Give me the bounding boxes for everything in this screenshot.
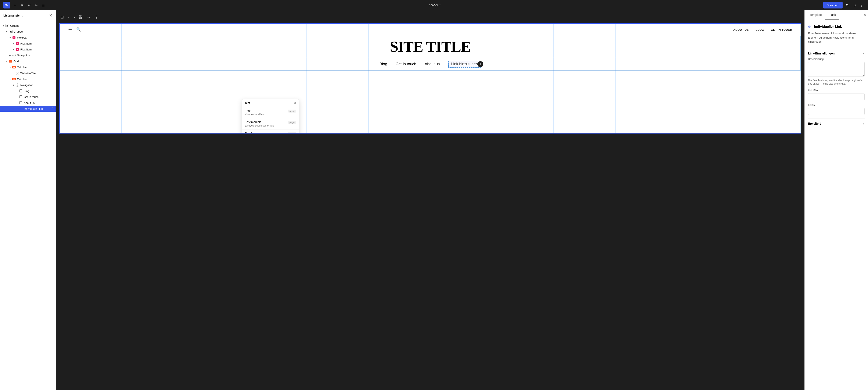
site-title: SITE TITLE [69,38,792,56]
current-template-label: header [429,3,438,7]
tab-block[interactable]: Block [825,10,839,20]
flexitem-icon: F [15,47,20,52]
tree-item-label: About us [24,101,34,104]
link-settings-title: Link-Einstellungen [808,52,835,55]
erweitert-header[interactable]: Erweitert ∨ [808,122,865,125]
linktitel-input[interactable] [808,93,865,100]
linktitel-group: Link-Titel [808,89,865,100]
link-add-box[interactable]: Link hinzufügen+ [448,61,481,68]
expand-arrow: ▼ [12,84,15,86]
expand-arrow: ▼ [8,78,12,80]
tree-item-flex2[interactable]: ▶FFlex Item [0,47,56,52]
link-button[interactable]: ⛓ [78,14,84,21]
add-block-button[interactable]: ＋ [12,2,18,9]
expand-arrow: ▼ [5,60,8,62]
nav-right-link[interactable]: GET IN TOUCH [771,28,792,31]
view-button[interactable]: ⊡ [59,13,65,21]
tree-item-getintouch[interactable]: Get in touch [0,94,56,100]
search-icon[interactable]: 🔍 [76,27,81,32]
panel-block-header: ⛓ Individueller Link [808,24,865,29]
page-icon [19,89,23,93]
spinner-icon: ↺ [294,101,296,105]
linkrel-input[interactable] [808,108,865,115]
settings-button[interactable]: ⚙ [844,2,850,8]
redo-button[interactable]: ↪ [33,2,39,8]
tree-item-flex1[interactable]: ▶FFlex Item [0,40,56,47]
panel-close-button[interactable]: ✕ [863,13,866,18]
tree-item-label: Gruppe [10,24,19,27]
indent-button[interactable]: ⇥ [86,13,92,21]
tree-item-griditem1[interactable]: ▼GGrid Item [0,64,56,70]
dropdown-item-url: ainodev.local/testimonials/ [245,124,296,127]
expand-arrow: ▶ [12,48,15,51]
tree-item-websitetitel[interactable]: ○Website-Titel [0,70,56,76]
sidebar-close-button[interactable]: ✕ [49,13,52,18]
tree-item-blog[interactable]: Blog [0,88,56,94]
list-view-button[interactable]: ☰ [40,2,46,8]
tree-item-navigation2[interactable]: ▼○Navigation [0,82,56,88]
beschreibung-group: Beschreibung Die Beschreibung wird im Me… [808,58,865,86]
dropdown-search-area: ↺ [242,99,299,107]
dropdown-item-type: page [288,132,296,133]
expand-arrow: ▶ [8,54,12,57]
sidebar-title: Listenansicht [3,14,23,17]
tree-item-gruppe2[interactable]: ▼▣Gruppe [0,29,56,34]
hamburger-icon[interactable]: ☰ [68,27,72,32]
next-button[interactable]: › [72,14,76,21]
link-settings-section: Link-Einstellungen ∧ Beschreibung Die Be… [808,52,865,115]
nav-icon: ○ [15,83,20,87]
tree-item-aboutus[interactable]: About us [0,100,56,106]
sidebar: Listenansicht ✕ ▼▣Gruppe▼▣Gruppe▼FFlexbo… [0,10,56,390]
chevron-down-icon: ▾ [439,4,440,6]
griditem-icon: G [12,77,16,81]
more-canvas-button[interactable]: ⋮ [93,13,99,21]
tree-item-flexbox[interactable]: ▼FFlexbox [0,34,56,40]
edit-button[interactable]: ✏ [20,2,25,8]
nav-right-link[interactable]: BLOG [755,28,764,31]
erweitert-arrow: ∨ [863,122,865,125]
linktitel-label: Link-Titel [808,89,865,92]
nav-right-link[interactable]: ABOUT US [733,28,749,31]
beschreibung-input[interactable] [808,62,865,77]
dropdown-item-type: page [288,121,296,124]
linkrel-group: Link rel [808,103,865,115]
dropdown-result-item[interactable]: Testimonials page ainodev.local/testimon… [242,118,299,129]
tree-item-individuellerlink[interactable]: ⛓Individueller Link⋮ [0,106,56,112]
nav-icon: ○ [15,71,20,75]
dropdown-result-item[interactable]: Front page ainodev.local/front/ [242,129,299,133]
nav-item[interactable]: About us [425,62,440,66]
dropdown-item-url: ainodev.local/test/ [245,113,296,116]
tree-item-griditem2[interactable]: ▼GGrid Item [0,76,56,82]
link-search-dropdown: ↺ Test page ainodev.local/test/ Testimon… [242,99,299,133]
tree-item-label: Get in touch [24,95,38,98]
link-settings-header[interactable]: Link-Einstellungen ∧ [808,52,865,55]
link-search-input[interactable] [245,101,292,105]
tree-item-menu-dots[interactable]: ⋮ [51,107,54,111]
canvas-area: ⊡ ‹ › ⛓ ⇥ ⋮ ☰ 🔍 ABOUT USBLOGGET IN TOUCH [56,10,804,390]
nav-item[interactable]: Blog [379,62,387,66]
add-link-circle-button[interactable]: + [477,61,483,67]
flexbox-icon: F [12,35,16,40]
tree-item-grid[interactable]: ▼GGrid [0,58,56,64]
tree-item-gruppe1[interactable]: ▼▣Gruppe [0,23,56,29]
tree-item-label: Gruppe [13,30,23,33]
tree-item-label: Flexbox [17,36,27,39]
tree-item-navigation[interactable]: ▶○Navigation [0,52,56,58]
tab-template[interactable]: Template [806,10,825,20]
dropdown-result-item[interactable]: Test page ainodev.local/test/ [242,107,299,118]
preview-button[interactable]: ☽ [851,2,857,8]
prev-button[interactable]: ‹ [67,14,70,21]
griditem-icon: G [12,65,16,69]
more-options-button[interactable]: ⋮ [859,2,865,8]
nav-item[interactable]: Get in touch [396,62,416,66]
wp-logo[interactable]: W [3,2,10,8]
dropdown-item-type: page [288,110,296,113]
beschreibung-helper: Die Beschreibung wird im Menü angezeigt,… [808,79,865,86]
block-icon: ⛓ [808,24,812,29]
beschreibung-label: Beschreibung [808,58,865,61]
undo-button[interactable]: ↩ [27,2,32,8]
header-nav-section: ☰ 🔍 ABOUT USBLOGGET IN TOUCH [60,24,801,36]
save-button[interactable]: Speichern [823,2,843,8]
nav-items-row: BlogGet in touchAbout usLink hinzufügen+ [60,58,801,70]
canvas-toolbar: ⊡ ‹ › ⛓ ⇥ ⋮ [59,13,801,21]
